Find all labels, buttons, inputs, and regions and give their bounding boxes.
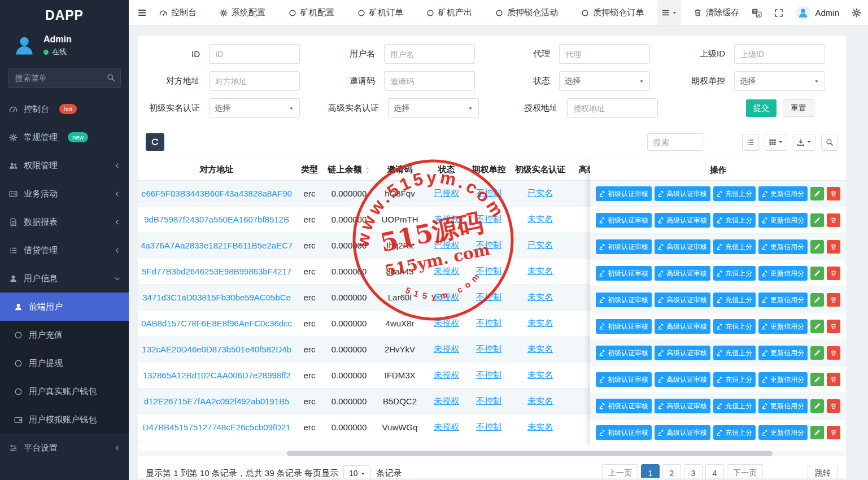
search-toggle-button[interactable] xyxy=(821,134,838,151)
primary-kyc-review-button[interactable]: 初级认证审核 xyxy=(596,239,652,254)
update-credit-button[interactable]: 更新信用分 xyxy=(758,293,808,307)
edit-button[interactable] xyxy=(810,213,824,227)
advanced-kyc-review-button[interactable]: 高级认证审核 xyxy=(655,293,710,307)
status-link[interactable]: 已授权 xyxy=(434,240,459,250)
menu-search-input[interactable] xyxy=(8,68,121,88)
update-credit-button[interactable]: 更新信用分 xyxy=(758,266,808,281)
filter-select[interactable]: 选择 xyxy=(734,71,825,91)
primary-kyc-link[interactable]: 未实名 xyxy=(527,266,553,276)
reset-button[interactable]: 重置 xyxy=(783,99,814,117)
advanced-kyc-review-button[interactable]: 高级认证审核 xyxy=(655,213,710,228)
recharge-button[interactable]: 充值上分 xyxy=(713,425,756,440)
sidebar-item[interactable]: 用户信息 xyxy=(0,264,129,293)
filter-input[interactable] xyxy=(734,44,825,64)
status-link[interactable]: 未授权 xyxy=(434,214,459,224)
filter-select[interactable]: 选择 xyxy=(209,98,300,118)
recharge-button[interactable]: 充值上分 xyxy=(713,213,756,228)
option-control-link[interactable]: 不控制 xyxy=(476,292,501,302)
address-link[interactable]: 132865A12Bd102CAA006D7e28998ff2 xyxy=(143,370,291,380)
filter-input[interactable] xyxy=(384,44,475,64)
sidebar-subitem[interactable]: 用户充值 xyxy=(0,321,129,349)
primary-kyc-link[interactable]: 已实名 xyxy=(527,188,553,198)
recharge-button[interactable]: 充值上分 xyxy=(713,186,756,201)
delete-button[interactable] xyxy=(827,267,840,280)
primary-kyc-review-button[interactable]: 初级认证审核 xyxy=(596,425,652,440)
edit-button[interactable] xyxy=(810,399,824,413)
recharge-button[interactable]: 充值上分 xyxy=(713,293,756,307)
delete-button[interactable] xyxy=(827,293,840,307)
jump-button[interactable]: 跳转 xyxy=(808,465,838,478)
sidebar-item[interactable]: 控制台hot xyxy=(0,95,129,123)
page-button-1[interactable]: 1 xyxy=(641,464,660,478)
sidebar-item[interactable]: 业务活动 xyxy=(0,180,129,208)
recharge-button[interactable]: 充值上分 xyxy=(713,399,756,413)
delete-button[interactable] xyxy=(827,187,840,200)
status-link[interactable]: 未授权 xyxy=(434,292,459,302)
topnav-item[interactable]: 矿机订单 xyxy=(357,7,403,18)
status-link[interactable]: 未授权 xyxy=(434,266,459,276)
sidebar-item[interactable]: 平台设置 xyxy=(0,434,129,462)
refresh-button[interactable] xyxy=(146,133,164,151)
address-link[interactable]: 4a376A7Aa2833e1821FB611B5e2aEC7 xyxy=(141,241,293,250)
option-control-link[interactable]: 不控制 xyxy=(476,240,501,250)
settings-button[interactable] xyxy=(852,8,861,18)
address-link[interactable]: 5Fd77B3bd2646253E98B99863bF4217 xyxy=(142,267,291,276)
option-control-link[interactable]: 不控制 xyxy=(476,396,501,405)
export-dropdown-button[interactable] xyxy=(793,134,815,151)
column-header[interactable]: 状态 xyxy=(425,159,468,181)
address-link[interactable]: 9dB75987f24307a550EA1607bf8512B xyxy=(144,215,289,224)
fullscreen-button[interactable] xyxy=(774,8,783,18)
recharge-button[interactable]: 充值上分 xyxy=(713,346,756,360)
scrollbar-thumb[interactable] xyxy=(287,451,773,456)
primary-kyc-link[interactable]: 未实名 xyxy=(527,318,553,328)
clear-cache-button[interactable]: 清除缓存 xyxy=(693,7,739,18)
option-control-link[interactable]: 不控制 xyxy=(476,188,501,198)
delete-button[interactable] xyxy=(827,346,840,360)
edit-button[interactable] xyxy=(810,320,824,333)
recharge-button[interactable]: 充值上分 xyxy=(713,239,756,254)
update-credit-button[interactable]: 更新信用分 xyxy=(758,425,808,440)
column-header[interactable]: 初级实名认证 xyxy=(510,159,570,181)
update-credit-button[interactable]: 更新信用分 xyxy=(758,372,808,387)
advanced-kyc-review-button[interactable]: 高级认证审核 xyxy=(655,319,710,334)
delete-button[interactable] xyxy=(827,373,840,386)
primary-kyc-review-button[interactable]: 初级认证审核 xyxy=(596,319,652,334)
sidebar-item[interactable]: 常规管理new xyxy=(0,123,129,151)
primary-kyc-link[interactable]: 未实名 xyxy=(527,344,553,354)
edit-button[interactable] xyxy=(810,187,824,200)
recharge-button[interactable]: 充值上分 xyxy=(713,372,756,387)
update-credit-button[interactable]: 更新信用分 xyxy=(758,399,808,413)
recharge-button[interactable]: 充值上分 xyxy=(713,266,756,281)
topnav-item[interactable]: 矿机配置 xyxy=(289,7,334,18)
sidebar-item[interactable]: 借贷管理 xyxy=(0,236,129,264)
advanced-kyc-review-button[interactable]: 高级认证审核 xyxy=(655,346,710,360)
delete-button[interactable] xyxy=(827,399,840,413)
topnav-item[interactable]: 矿机产出 xyxy=(426,7,472,18)
sidebar-subitem[interactable]: 用户提现 xyxy=(0,349,129,377)
address-link[interactable]: 3471d3C1aD03815Fb30be59AC05bCe xyxy=(142,293,291,302)
edit-button[interactable] xyxy=(810,293,824,307)
sidebar-item[interactable]: 数据报表 xyxy=(0,208,129,236)
filter-input[interactable] xyxy=(384,71,475,91)
column-header[interactable]: 期权单控 xyxy=(468,159,510,181)
search-icon[interactable] xyxy=(107,73,115,82)
status-link[interactable]: 未授权 xyxy=(434,318,459,328)
status-link[interactable]: 未授权 xyxy=(434,370,459,379)
option-control-link[interactable]: 不控制 xyxy=(476,318,501,328)
filter-input[interactable] xyxy=(209,71,300,91)
filter-input[interactable] xyxy=(567,98,658,118)
topnav-item[interactable]: 质押锁仓订单 xyxy=(581,7,644,18)
column-header[interactable]: 类型 xyxy=(295,159,324,181)
status-link[interactable]: 未授权 xyxy=(434,422,459,431)
filter-input[interactable] xyxy=(209,44,300,64)
status-link[interactable]: 已授权 xyxy=(434,188,459,198)
update-credit-button[interactable]: 更新信用分 xyxy=(758,186,808,201)
sidebar-item[interactable]: 权限管理 xyxy=(0,151,129,180)
delete-button[interactable] xyxy=(827,426,840,439)
status-link[interactable]: 未授权 xyxy=(434,344,459,354)
page-button-2[interactable]: 2 xyxy=(662,464,681,478)
prev-page-button[interactable]: 上一页 xyxy=(602,464,638,478)
primary-kyc-review-button[interactable]: 初级认证审核 xyxy=(596,372,652,387)
option-control-link[interactable]: 不控制 xyxy=(476,214,501,224)
topnav-item[interactable]: 系统配置 xyxy=(220,7,265,18)
